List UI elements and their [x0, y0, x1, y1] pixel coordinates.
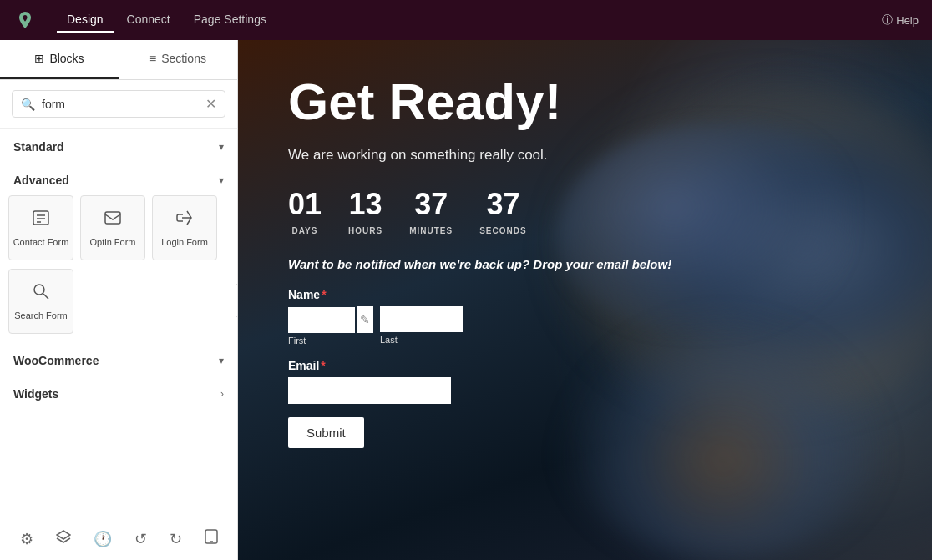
email-label: Email*: [288, 359, 671, 372]
last-name-sublabel: Last: [380, 335, 463, 345]
first-name-sublabel: First: [288, 335, 373, 346]
name-required-marker: *: [322, 288, 326, 301]
name-fields: ✎ First Last: [288, 306, 671, 346]
hours-label: HOURS: [348, 226, 382, 235]
help-icon: ⓘ: [882, 13, 893, 28]
top-nav: Design Connect Page Settings ⓘ Help: [0, 0, 932, 40]
standard-section-header[interactable]: Standard ▾: [0, 129, 237, 162]
optin-form-label: Optin Form: [89, 237, 135, 247]
layers-icon[interactable]: [49, 522, 78, 555]
blocks-label: Blocks: [49, 52, 84, 65]
submit-button[interactable]: Submit: [288, 417, 364, 448]
woocommerce-section-header[interactable]: WooCommerce ▾: [0, 342, 237, 376]
sections-label: Sections: [161, 52, 206, 65]
email-input[interactable]: [288, 377, 451, 404]
countdown-minutes: 37 MINUTES: [409, 187, 453, 237]
clear-search-icon[interactable]: ✕: [205, 96, 216, 112]
nav-tab-design[interactable]: Design: [57, 8, 114, 33]
contact-form-label: Contact Form: [13, 237, 69, 247]
standard-chevron-icon: ▾: [219, 141, 224, 153]
help-label: Help: [896, 14, 919, 27]
first-name-edit-icon[interactable]: ✎: [357, 306, 373, 333]
first-name-wrap: ✎ First: [288, 306, 373, 346]
advanced-chevron-icon: ▾: [219, 174, 224, 186]
help-link[interactable]: ⓘ Help: [882, 13, 919, 28]
nav-tab-page-settings[interactable]: Page Settings: [184, 8, 276, 33]
advanced-section-title: Advanced: [13, 174, 69, 187]
canvas-content: Get Ready! We are working on something r…: [288, 73, 671, 448]
email-required-marker: *: [321, 359, 325, 372]
undo-icon[interactable]: ↺: [128, 523, 154, 555]
search-input[interactable]: [42, 98, 199, 111]
advanced-section-header[interactable]: Advanced ▾: [0, 162, 237, 195]
contact-form-icon: [32, 209, 50, 232]
first-name-field-row: ✎: [288, 306, 373, 333]
widgets-section-title: Widgets: [13, 387, 58, 401]
main-layout: ⊞ Blocks ≡ Sections 🔍 ✕ Standard ▾: [0, 40, 932, 560]
minutes-label: MINUTES: [409, 226, 453, 235]
name-form-group: Name* ✎ First Last: [288, 288, 671, 346]
countdown-days: 01 DAYS: [288, 187, 322, 237]
email-form-group: Email*: [288, 359, 671, 404]
woocommerce-chevron-icon: ▾: [219, 355, 224, 366]
search-box: 🔍 ✕: [12, 90, 225, 118]
widgets-section-header[interactable]: Widgets ›: [0, 376, 237, 409]
hours-value: 13: [348, 187, 382, 222]
svg-rect-4: [105, 212, 120, 224]
standard-section-title: Standard: [13, 140, 64, 154]
days-label: DAYS: [292, 226, 318, 235]
woocommerce-section-title: WooCommerce: [13, 354, 99, 367]
days-value: 01: [288, 187, 322, 222]
search-form-icon: [32, 282, 50, 305]
block-search-form[interactable]: Search Form: [8, 269, 73, 334]
login-form-icon: [175, 209, 194, 232]
optin-form-icon: [104, 209, 122, 232]
name-label-text: Name: [288, 288, 320, 301]
block-login-form[interactable]: Login Form: [152, 195, 217, 260]
svg-point-6: [34, 285, 44, 295]
sidebar-tabs: ⊞ Blocks ≡ Sections: [0, 40, 237, 80]
login-form-label: Login Form: [161, 237, 208, 247]
nav-tabs: Design Connect Page Settings: [57, 8, 276, 33]
nav-tab-connect[interactable]: Connect: [117, 8, 180, 33]
seconds-label: SECONDS: [479, 226, 526, 235]
form-notice: Want to be notified when we're back up? …: [288, 257, 671, 271]
last-name-wrap: Last: [380, 306, 463, 346]
tab-blocks[interactable]: ⊞ Blocks: [0, 40, 119, 79]
logo[interactable]: [13, 8, 37, 32]
search-form-label: Search Form: [14, 310, 68, 320]
mobile-preview-icon[interactable]: [198, 522, 225, 555]
canvas-area: Get Ready! We are working on something r…: [238, 40, 932, 560]
svg-line-7: [43, 294, 48, 299]
widgets-chevron-icon: ›: [220, 388, 224, 400]
block-optin-form[interactable]: Optin Form: [80, 195, 145, 260]
advanced-block-grid: Contact Form Optin Form: [0, 195, 237, 269]
first-name-input[interactable]: [288, 307, 355, 333]
hero-title: Get Ready!: [288, 73, 671, 130]
search-area: 🔍 ✕: [0, 80, 237, 129]
sidebar: ⊞ Blocks ≡ Sections 🔍 ✕ Standard ▾: [0, 40, 238, 560]
search-icon: 🔍: [21, 98, 35, 111]
tab-sections[interactable]: ≡ Sections: [119, 40, 237, 79]
email-label-text: Email: [288, 359, 319, 372]
canvas-background: Get Ready! We are working on something r…: [238, 40, 932, 560]
countdown-hours: 13 HOURS: [348, 187, 382, 237]
svg-marker-8: [57, 531, 70, 539]
search-form-grid: Search Form: [0, 269, 237, 342]
countdown-seconds: 37 SECONDS: [479, 187, 526, 237]
name-label: Name*: [288, 288, 671, 301]
blocks-icon: ⊞: [34, 52, 44, 65]
seconds-value: 37: [479, 187, 526, 222]
sections-icon: ≡: [149, 52, 156, 65]
sidebar-content: Standard ▾ Advanced ▾: [0, 129, 237, 517]
redo-icon[interactable]: ↻: [163, 523, 189, 555]
last-name-input[interactable]: [380, 306, 463, 332]
history-icon[interactable]: 🕐: [87, 523, 119, 555]
block-contact-form[interactable]: Contact Form: [8, 195, 73, 260]
sidebar-bottom: ⚙ 🕐 ↺ ↻: [0, 517, 237, 560]
settings-icon[interactable]: ⚙: [13, 523, 40, 555]
hero-subtitle: We are working on something really cool.: [288, 147, 671, 164]
countdown: 01 DAYS 13 HOURS 37 MINUTES 37 SECONDS: [288, 187, 671, 237]
minutes-value: 37: [409, 187, 453, 222]
